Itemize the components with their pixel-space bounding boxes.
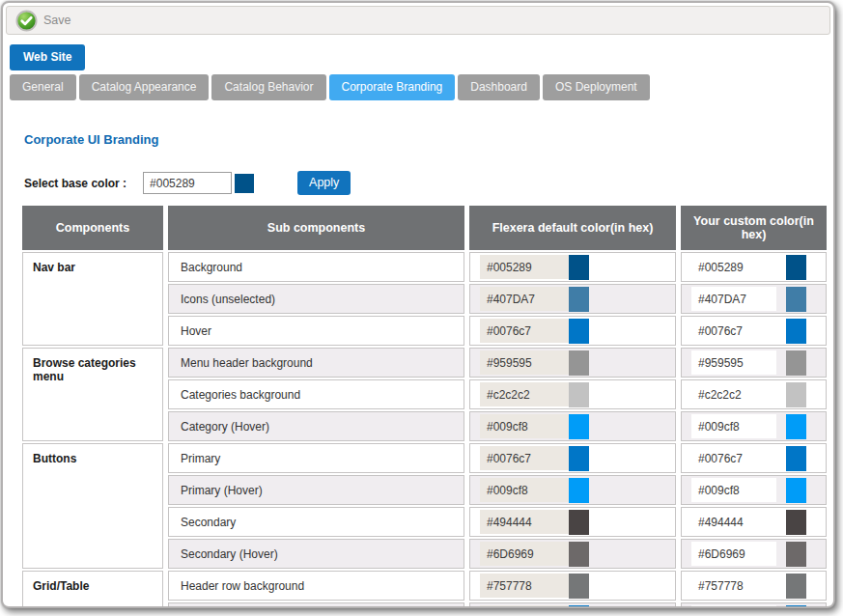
default-hex-value: #0076c7 [480, 319, 569, 343]
default-color-cell: #0076c7 [469, 316, 676, 346]
custom-color-cell: #0076c7 [681, 443, 827, 473]
default-color-cell: #494444 [469, 507, 676, 537]
sub-component-cell: Categories background [168, 379, 464, 409]
default-color-swatch [569, 382, 589, 407]
tab-web-site[interactable]: Web Site [10, 44, 85, 70]
default-hex-value: #6D6969 [480, 542, 569, 566]
branding-table: Components Sub components Flexera defaul… [22, 206, 831, 608]
default-color-swatch [569, 510, 589, 535]
custom-color-cell: #009cf8 [681, 411, 827, 441]
tab-corporate-branding[interactable]: Corporate Branding [329, 74, 456, 100]
default-color-cell: #009cf8 [469, 411, 676, 441]
custom-color-swatch[interactable] [786, 605, 806, 609]
default-color-swatch [569, 605, 589, 609]
tab-dashboard[interactable]: Dashboard [458, 74, 540, 100]
component-cell: Buttons [22, 443, 163, 569]
default-color-swatch [569, 478, 589, 503]
toolbar: Save [6, 6, 830, 35]
custom-color-swatch[interactable] [786, 478, 806, 503]
custom-color-cell: #009cf8 [681, 475, 827, 505]
header-default-color: Flexera default color(in hex) [469, 206, 676, 250]
default-color-swatch [569, 446, 589, 471]
tabs-area: Web Site GeneralCatalog AppearanceCatalo… [3, 38, 833, 100]
custom-color-cell: #407DA7 [681, 284, 827, 314]
save-button[interactable]: Save [15, 10, 71, 32]
default-hex-value: #0076c7 [480, 446, 569, 470]
default-color-cell: #407DA7 [469, 284, 676, 314]
tab-catalog-appearance[interactable]: Catalog Appearance [79, 74, 210, 100]
sub-component-cell: Hover [168, 316, 464, 346]
custom-hex-value[interactable]: #0076c7 [691, 446, 776, 470]
custom-hex-value[interactable]: #009cf8 [691, 414, 776, 438]
custom-color-swatch[interactable] [786, 446, 806, 471]
custom-color-cell: #494444 [681, 507, 827, 537]
sub-component-cell: Primary [168, 443, 464, 473]
custom-hex-value[interactable]: #6D6969 [691, 542, 776, 566]
default-hex-value: #005289 [480, 255, 569, 279]
default-color-swatch [569, 574, 589, 599]
default-hex-value: #009cf8 [480, 478, 569, 502]
sub-component-cell: Paging/sorting row background [168, 602, 464, 608]
apply-button[interactable]: Apply [297, 171, 351, 195]
base-color-input[interactable] [143, 172, 232, 194]
component-cell: Grid/Table [22, 571, 163, 608]
custom-color-swatch[interactable] [786, 350, 806, 376]
default-color-swatch [569, 255, 589, 280]
sub-component-cell: Background [168, 252, 464, 282]
component-cell: Nav bar [22, 252, 163, 346]
custom-color-cell: #005289 [681, 252, 827, 282]
default-hex-value: #0076c7 [480, 605, 569, 608]
custom-color-cell: #6D6969 [681, 539, 827, 569]
branding-table-header: Components Sub components Flexera defaul… [22, 206, 831, 250]
sub-component-cell: Secondary (Hover) [168, 539, 464, 569]
custom-color-swatch[interactable] [786, 287, 806, 312]
sub-component-cell: Category (Hover) [168, 411, 464, 441]
custom-color-swatch[interactable] [786, 319, 806, 344]
base-color-row: Select base color : Apply [24, 171, 833, 195]
sub-component-cell: Header row background [168, 571, 464, 601]
custom-color-swatch[interactable] [786, 542, 806, 567]
tab-general[interactable]: General [10, 74, 76, 100]
header-components: Components [22, 206, 163, 250]
custom-color-cell: #0076c7 [681, 602, 827, 608]
default-hex-value: #757778 [480, 574, 569, 598]
custom-hex-value[interactable]: #0076c7 [691, 605, 776, 608]
header-sub-components: Sub components [168, 206, 464, 250]
default-hex-value: #009cf8 [480, 414, 569, 438]
sub-component-cell: Menu header background [168, 348, 464, 378]
custom-hex-value[interactable]: #959595 [691, 350, 776, 375]
custom-hex-value[interactable]: #c2c2c2 [691, 382, 776, 406]
default-color-cell: #6D6969 [469, 539, 676, 569]
custom-color-cell: #c2c2c2 [681, 379, 827, 409]
custom-hex-value[interactable]: #757778 [691, 574, 776, 598]
default-hex-value: #959595 [480, 350, 569, 375]
custom-hex-value[interactable]: #005289 [691, 255, 776, 279]
custom-color-swatch[interactable] [786, 510, 806, 535]
default-color-cell: #009cf8 [469, 475, 676, 505]
base-color-swatch[interactable] [235, 174, 254, 193]
custom-color-swatch[interactable] [786, 255, 806, 280]
settings-window: Save Web Site GeneralCatalog AppearanceC… [1, 1, 835, 608]
default-color-cell: #0076c7 [469, 443, 676, 473]
branding-table-body: Nav barBackground#005289#005289Icons (un… [22, 252, 831, 608]
default-hex-value: #494444 [480, 510, 569, 534]
sub-component-cell: Secondary [168, 507, 464, 537]
custom-hex-value[interactable]: #494444 [691, 510, 776, 534]
tab-catalog-behavior[interactable]: Catalog Behavior [211, 74, 325, 100]
default-color-cell: #0076c7 [469, 602, 676, 608]
custom-hex-value[interactable]: #407DA7 [691, 287, 776, 311]
default-color-swatch [569, 350, 589, 376]
sub-component-cell: Icons (unselected) [168, 284, 464, 314]
custom-hex-value[interactable]: #009cf8 [691, 478, 776, 502]
custom-hex-value[interactable]: #0076c7 [691, 319, 776, 343]
default-color-swatch [569, 287, 589, 312]
custom-color-swatch[interactable] [786, 382, 806, 407]
custom-color-swatch[interactable] [786, 414, 806, 439]
default-color-cell: #005289 [469, 252, 676, 282]
custom-color-swatch[interactable] [786, 574, 806, 599]
default-color-cell: #c2c2c2 [469, 379, 676, 409]
subtab-bar: GeneralCatalog AppearanceCatalog Behavio… [10, 74, 833, 100]
custom-color-cell: #0076c7 [681, 316, 827, 346]
tab-os-deployment[interactable]: OS Deployment [543, 74, 650, 100]
default-hex-value: #c2c2c2 [480, 382, 569, 406]
